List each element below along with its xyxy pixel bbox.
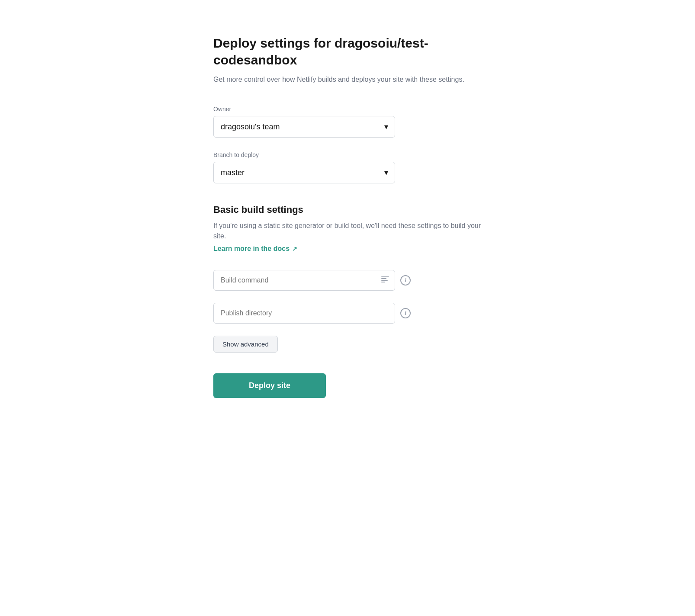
owner-select-wrapper: dragosoiu's team ▾: [213, 116, 395, 138]
owner-select[interactable]: dragosoiu's team: [213, 116, 395, 138]
build-command-info-icon[interactable]: i: [400, 275, 411, 286]
build-command-row: i: [213, 270, 482, 291]
basic-build-title: Basic build settings: [213, 204, 482, 215]
basic-build-description: If you're using a static site generator …: [213, 221, 482, 241]
docs-link[interactable]: Learn more in the docs ↗: [213, 245, 297, 253]
publish-directory-info-icon[interactable]: i: [400, 308, 411, 318]
build-command-input[interactable]: [213, 270, 395, 291]
deploy-button-container: Deploy site: [213, 373, 482, 398]
branch-select-wrapper: master ▾: [213, 162, 395, 183]
page-title: Deploy settings for dragosoiu/test-codes…: [213, 35, 482, 68]
branch-select[interactable]: master: [213, 162, 395, 183]
owner-label: Owner: [213, 106, 482, 112]
svg-rect-2: [381, 280, 388, 281]
show-advanced-button[interactable]: Show advanced: [213, 336, 278, 353]
build-command-icon: [381, 276, 389, 284]
page-container: Deploy settings for dragosoiu/test-codes…: [153, 0, 542, 433]
publish-directory-input[interactable]: [213, 303, 395, 324]
docs-link-text: Learn more in the docs: [213, 245, 290, 253]
page-subtitle: Get more control over how Netlify builds…: [213, 74, 482, 85]
owner-field-group: Owner dragosoiu's team ▾: [213, 106, 482, 138]
svg-rect-3: [381, 282, 385, 282]
branch-field-group: Branch to deploy master ▾: [213, 151, 482, 183]
publish-directory-row: i: [213, 303, 482, 324]
external-link-icon: ↗: [292, 245, 297, 252]
branch-label: Branch to deploy: [213, 151, 482, 158]
svg-rect-0: [381, 276, 389, 277]
svg-rect-1: [381, 278, 386, 279]
build-command-wrapper: [213, 270, 395, 291]
deploy-site-button[interactable]: Deploy site: [213, 373, 326, 398]
